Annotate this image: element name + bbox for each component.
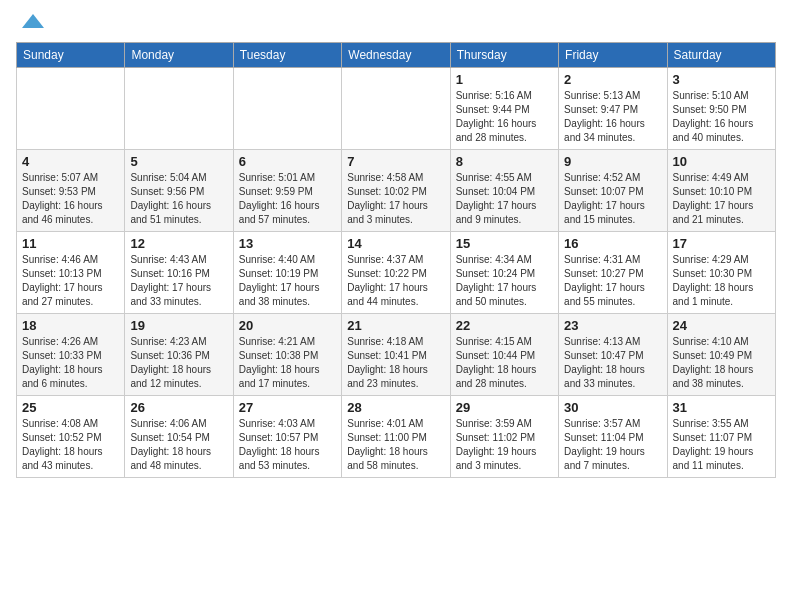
day-cell: 22Sunrise: 4:15 AM Sunset: 10:44 PM Dayl… bbox=[450, 314, 558, 396]
day-info: Sunrise: 5:07 AM Sunset: 9:53 PM Dayligh… bbox=[22, 171, 119, 227]
column-header-thursday: Thursday bbox=[450, 43, 558, 68]
day-number: 15 bbox=[456, 236, 553, 251]
logo-icon bbox=[18, 8, 48, 38]
day-cell: 24Sunrise: 4:10 AM Sunset: 10:49 PM Dayl… bbox=[667, 314, 775, 396]
day-cell: 6Sunrise: 5:01 AM Sunset: 9:59 PM Daylig… bbox=[233, 150, 341, 232]
day-number: 21 bbox=[347, 318, 444, 333]
day-info: Sunrise: 4:43 AM Sunset: 10:16 PM Daylig… bbox=[130, 253, 227, 309]
day-number: 28 bbox=[347, 400, 444, 415]
day-info: Sunrise: 4:18 AM Sunset: 10:41 PM Daylig… bbox=[347, 335, 444, 391]
day-number: 5 bbox=[130, 154, 227, 169]
column-header-sunday: Sunday bbox=[17, 43, 125, 68]
day-cell: 30Sunrise: 3:57 AM Sunset: 11:04 PM Dayl… bbox=[559, 396, 667, 478]
day-info: Sunrise: 4:23 AM Sunset: 10:36 PM Daylig… bbox=[130, 335, 227, 391]
day-info: Sunrise: 5:01 AM Sunset: 9:59 PM Dayligh… bbox=[239, 171, 336, 227]
logo bbox=[16, 16, 48, 38]
day-number: 26 bbox=[130, 400, 227, 415]
day-cell: 15Sunrise: 4:34 AM Sunset: 10:24 PM Dayl… bbox=[450, 232, 558, 314]
day-number: 6 bbox=[239, 154, 336, 169]
day-info: Sunrise: 5:16 AM Sunset: 9:44 PM Dayligh… bbox=[456, 89, 553, 145]
day-cell: 14Sunrise: 4:37 AM Sunset: 10:22 PM Dayl… bbox=[342, 232, 450, 314]
week-row-4: 18Sunrise: 4:26 AM Sunset: 10:33 PM Dayl… bbox=[17, 314, 776, 396]
day-cell: 16Sunrise: 4:31 AM Sunset: 10:27 PM Dayl… bbox=[559, 232, 667, 314]
day-info: Sunrise: 3:55 AM Sunset: 11:07 PM Daylig… bbox=[673, 417, 770, 473]
day-cell: 8Sunrise: 4:55 AM Sunset: 10:04 PM Dayli… bbox=[450, 150, 558, 232]
week-row-1: 1Sunrise: 5:16 AM Sunset: 9:44 PM Daylig… bbox=[17, 68, 776, 150]
svg-marker-0 bbox=[22, 14, 44, 28]
day-info: Sunrise: 4:52 AM Sunset: 10:07 PM Daylig… bbox=[564, 171, 661, 227]
day-info: Sunrise: 5:10 AM Sunset: 9:50 PM Dayligh… bbox=[673, 89, 770, 145]
day-cell: 11Sunrise: 4:46 AM Sunset: 10:13 PM Dayl… bbox=[17, 232, 125, 314]
day-info: Sunrise: 4:49 AM Sunset: 10:10 PM Daylig… bbox=[673, 171, 770, 227]
day-cell: 31Sunrise: 3:55 AM Sunset: 11:07 PM Dayl… bbox=[667, 396, 775, 478]
day-cell: 18Sunrise: 4:26 AM Sunset: 10:33 PM Dayl… bbox=[17, 314, 125, 396]
column-header-tuesday: Tuesday bbox=[233, 43, 341, 68]
day-number: 2 bbox=[564, 72, 661, 87]
day-cell: 28Sunrise: 4:01 AM Sunset: 11:00 PM Dayl… bbox=[342, 396, 450, 478]
day-info: Sunrise: 4:08 AM Sunset: 10:52 PM Daylig… bbox=[22, 417, 119, 473]
day-number: 11 bbox=[22, 236, 119, 251]
day-number: 13 bbox=[239, 236, 336, 251]
day-number: 29 bbox=[456, 400, 553, 415]
day-info: Sunrise: 4:03 AM Sunset: 10:57 PM Daylig… bbox=[239, 417, 336, 473]
day-number: 31 bbox=[673, 400, 770, 415]
day-info: Sunrise: 4:13 AM Sunset: 10:47 PM Daylig… bbox=[564, 335, 661, 391]
day-cell bbox=[17, 68, 125, 150]
day-info: Sunrise: 5:04 AM Sunset: 9:56 PM Dayligh… bbox=[130, 171, 227, 227]
day-cell bbox=[342, 68, 450, 150]
day-cell bbox=[125, 68, 233, 150]
column-header-monday: Monday bbox=[125, 43, 233, 68]
day-number: 24 bbox=[673, 318, 770, 333]
day-info: Sunrise: 4:06 AM Sunset: 10:54 PM Daylig… bbox=[130, 417, 227, 473]
day-number: 1 bbox=[456, 72, 553, 87]
day-info: Sunrise: 4:31 AM Sunset: 10:27 PM Daylig… bbox=[564, 253, 661, 309]
column-header-wednesday: Wednesday bbox=[342, 43, 450, 68]
week-row-3: 11Sunrise: 4:46 AM Sunset: 10:13 PM Dayl… bbox=[17, 232, 776, 314]
day-cell: 19Sunrise: 4:23 AM Sunset: 10:36 PM Dayl… bbox=[125, 314, 233, 396]
day-cell: 20Sunrise: 4:21 AM Sunset: 10:38 PM Dayl… bbox=[233, 314, 341, 396]
day-cell: 4Sunrise: 5:07 AM Sunset: 9:53 PM Daylig… bbox=[17, 150, 125, 232]
day-number: 30 bbox=[564, 400, 661, 415]
day-cell: 7Sunrise: 4:58 AM Sunset: 10:02 PM Dayli… bbox=[342, 150, 450, 232]
day-info: Sunrise: 4:55 AM Sunset: 10:04 PM Daylig… bbox=[456, 171, 553, 227]
day-info: Sunrise: 4:29 AM Sunset: 10:30 PM Daylig… bbox=[673, 253, 770, 309]
day-cell: 12Sunrise: 4:43 AM Sunset: 10:16 PM Dayl… bbox=[125, 232, 233, 314]
day-number: 27 bbox=[239, 400, 336, 415]
day-number: 20 bbox=[239, 318, 336, 333]
day-info: Sunrise: 4:37 AM Sunset: 10:22 PM Daylig… bbox=[347, 253, 444, 309]
day-info: Sunrise: 4:15 AM Sunset: 10:44 PM Daylig… bbox=[456, 335, 553, 391]
day-cell bbox=[233, 68, 341, 150]
day-cell: 2Sunrise: 5:13 AM Sunset: 9:47 PM Daylig… bbox=[559, 68, 667, 150]
day-number: 22 bbox=[456, 318, 553, 333]
day-info: Sunrise: 5:13 AM Sunset: 9:47 PM Dayligh… bbox=[564, 89, 661, 145]
day-info: Sunrise: 4:58 AM Sunset: 10:02 PM Daylig… bbox=[347, 171, 444, 227]
column-header-friday: Friday bbox=[559, 43, 667, 68]
day-cell: 1Sunrise: 5:16 AM Sunset: 9:44 PM Daylig… bbox=[450, 68, 558, 150]
day-info: Sunrise: 4:21 AM Sunset: 10:38 PM Daylig… bbox=[239, 335, 336, 391]
day-number: 17 bbox=[673, 236, 770, 251]
day-number: 8 bbox=[456, 154, 553, 169]
day-number: 25 bbox=[22, 400, 119, 415]
day-cell: 13Sunrise: 4:40 AM Sunset: 10:19 PM Dayl… bbox=[233, 232, 341, 314]
calendar-header-row: SundayMondayTuesdayWednesdayThursdayFrid… bbox=[17, 43, 776, 68]
day-info: Sunrise: 4:10 AM Sunset: 10:49 PM Daylig… bbox=[673, 335, 770, 391]
day-cell: 25Sunrise: 4:08 AM Sunset: 10:52 PM Dayl… bbox=[17, 396, 125, 478]
day-number: 4 bbox=[22, 154, 119, 169]
day-cell: 9Sunrise: 4:52 AM Sunset: 10:07 PM Dayli… bbox=[559, 150, 667, 232]
day-info: Sunrise: 4:40 AM Sunset: 10:19 PM Daylig… bbox=[239, 253, 336, 309]
day-cell: 3Sunrise: 5:10 AM Sunset: 9:50 PM Daylig… bbox=[667, 68, 775, 150]
day-info: Sunrise: 3:57 AM Sunset: 11:04 PM Daylig… bbox=[564, 417, 661, 473]
day-number: 23 bbox=[564, 318, 661, 333]
day-number: 12 bbox=[130, 236, 227, 251]
day-cell: 23Sunrise: 4:13 AM Sunset: 10:47 PM Dayl… bbox=[559, 314, 667, 396]
day-cell: 26Sunrise: 4:06 AM Sunset: 10:54 PM Dayl… bbox=[125, 396, 233, 478]
day-info: Sunrise: 4:46 AM Sunset: 10:13 PM Daylig… bbox=[22, 253, 119, 309]
day-number: 16 bbox=[564, 236, 661, 251]
day-info: Sunrise: 4:01 AM Sunset: 11:00 PM Daylig… bbox=[347, 417, 444, 473]
day-cell: 17Sunrise: 4:29 AM Sunset: 10:30 PM Dayl… bbox=[667, 232, 775, 314]
day-cell: 21Sunrise: 4:18 AM Sunset: 10:41 PM Dayl… bbox=[342, 314, 450, 396]
day-cell: 27Sunrise: 4:03 AM Sunset: 10:57 PM Dayl… bbox=[233, 396, 341, 478]
day-cell: 5Sunrise: 5:04 AM Sunset: 9:56 PM Daylig… bbox=[125, 150, 233, 232]
day-number: 9 bbox=[564, 154, 661, 169]
day-info: Sunrise: 4:26 AM Sunset: 10:33 PM Daylig… bbox=[22, 335, 119, 391]
